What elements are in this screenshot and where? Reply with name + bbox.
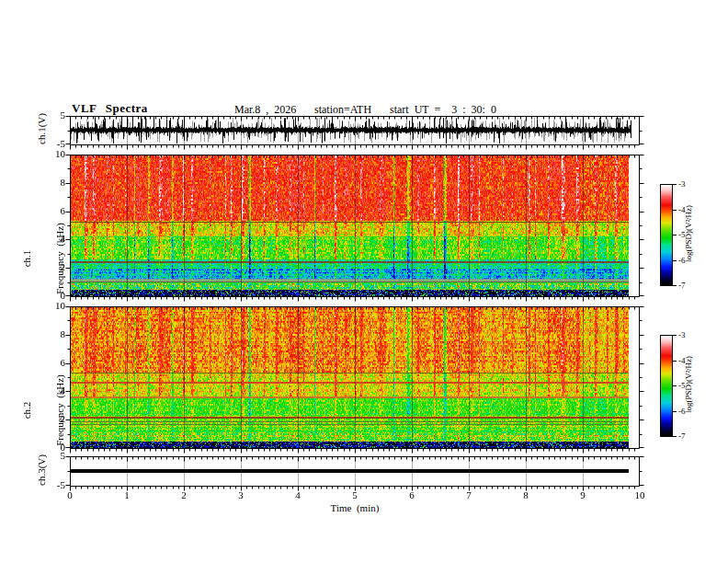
ch2-spectrogram-plot [63, 306, 647, 455]
colorbar1-tick-label: -6 [678, 256, 699, 265]
ch1-freq-tick-label: 10 [41, 149, 65, 159]
colorbar2-tick-label: -3 [678, 330, 699, 339]
x-tick-label: 0 [59, 490, 81, 500]
x-tick-label: 4 [287, 490, 309, 500]
ch1-freq-tick-label: 6 [41, 206, 65, 216]
ch3-volt-tick-label: 5 [41, 451, 65, 461]
x-tick-label: 10 [629, 490, 651, 500]
ch2-freq-tick-label: 2 [41, 414, 65, 424]
ch3-waveform-plot [63, 456, 647, 493]
colorbar2-tick-label: -6 [678, 407, 699, 416]
x-tick-label: 9 [572, 490, 594, 500]
colorbar1-tick-label: -7 [678, 281, 699, 290]
x-tick-label: 6 [401, 490, 423, 500]
ch1-axis-title-line1: ch.1 [21, 203, 32, 314]
ch1-freq-tick-label: 8 [41, 178, 65, 188]
vlf-spectra-figure: VLF Spectra Mar.8 , 2026 station=ATH sta… [0, 0, 728, 563]
ch3-volt-tick-label: -5 [41, 480, 65, 490]
ch2-colorbar [660, 335, 677, 437]
x-tick-label: 3 [230, 490, 252, 500]
start-ut-label: start UT = 3 : 30: 0 [390, 103, 496, 117]
ch1-volt-tick-label: 5 [41, 110, 65, 121]
ch2-freq-tick-label: 6 [41, 358, 65, 368]
x-tick-label: 1 [116, 490, 138, 500]
ch2-freq-tick-label: 10 [41, 301, 65, 311]
colorbar2-tick-label: -7 [678, 431, 699, 441]
ch1-spectrogram-plot [63, 155, 647, 304]
colorbar1-tick-label: -4 [678, 205, 699, 214]
ch1-freq-tick-label: 4 [41, 234, 65, 244]
x-tick-label: 7 [458, 490, 480, 500]
x-axis-title: Time (min) [300, 503, 410, 513]
ch2-freq-tick-label: 4 [41, 385, 65, 396]
colorbar2-tick-label: -4 [678, 356, 699, 365]
ch1-colorbar [660, 184, 677, 286]
ch1-freq-tick-label: 2 [41, 262, 65, 272]
x-tick-label: 5 [344, 490, 366, 500]
station-label: station=ATH [314, 103, 371, 117]
colorbar1-tick-label: -5 [678, 230, 699, 239]
x-tick-label: 2 [173, 490, 195, 500]
ch1-waveform-plot [63, 116, 647, 152]
date-label: Mar.8 , 2026 [234, 103, 296, 117]
x-tick-label: 8 [515, 490, 537, 500]
colorbar1-tick-label: -3 [678, 179, 699, 189]
ch2-freq-tick-label: 8 [41, 329, 65, 339]
colorbar2-tick-label: -5 [678, 381, 699, 390]
figure-title: VLF Spectra [72, 101, 148, 116]
ch2-axis-title-line1: ch.2 [21, 355, 32, 465]
